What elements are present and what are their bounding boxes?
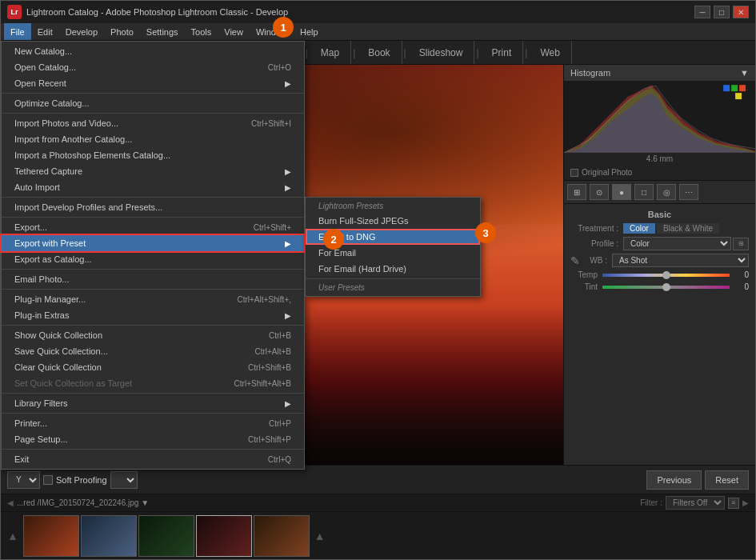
soft-proofing-checkbox[interactable] <box>43 475 53 485</box>
soft-proofing-dropdown[interactable] <box>110 471 138 489</box>
menu-library-filters[interactable]: Library Filters ▶ <box>2 395 304 411</box>
status-filename: ...red /IMG_20150724_202246.jpg ▼ <box>17 498 149 507</box>
original-photo-checkbox[interactable] <box>570 169 578 177</box>
menu-export-preset[interactable]: Export with Preset ▶ 2 <box>2 235 304 251</box>
profile-label: Profile : <box>570 239 618 248</box>
preset-section-lightroom: Lightroom Presets <box>306 199 480 213</box>
histogram-svg <box>564 81 755 153</box>
menu-page-setup[interactable]: Page Setup... Ctrl+Shift+P <box>2 431 304 447</box>
film-thumb-4[interactable] <box>196 515 252 557</box>
bottom-left-dropdown[interactable]: Y <box>7 471 40 489</box>
menu-export-catalog[interactable]: Export as Catalog... <box>2 251 304 267</box>
menu-plugin-manager[interactable]: Plug-in Manager... Ctrl+Alt+Shift+, <box>2 291 304 307</box>
filter-settings-button[interactable]: ≡ <box>728 498 739 509</box>
original-photo-label: Original Photo <box>582 168 632 177</box>
menu-tethered-capture[interactable]: Tethered Capture ▶ <box>2 163 304 179</box>
histogram-label: Histogram <box>570 68 610 78</box>
menu-export[interactable]: Export... Ctrl+Shift+ <box>2 219 304 235</box>
menu-new-catalog[interactable]: New Catalog... <box>2 43 304 59</box>
temp-slider-thumb[interactable] <box>662 271 670 279</box>
tint-slider-track <box>602 286 730 289</box>
filmstrip-prev[interactable]: ▲ <box>4 530 22 542</box>
histogram-header: Histogram ▼ <box>564 65 755 81</box>
menu-edit[interactable]: Edit <box>31 23 59 40</box>
film-thumb-5[interactable] <box>254 515 310 557</box>
svg-rect-5 <box>739 85 746 91</box>
menu-auto-import[interactable]: Auto Import ▶ <box>2 179 304 195</box>
soft-proofing-area: Soft Proofing <box>43 475 107 485</box>
film-thumb-3[interactable] <box>138 515 194 557</box>
title-bar: Lr Lightroom Catalog - Adobe Photoshop L… <box>1 1 755 23</box>
menu-settings[interactable]: Settings <box>140 23 185 40</box>
menu-open-catalog[interactable]: Open Catalog... Ctrl+O <box>2 59 304 75</box>
menu-open-recent[interactable]: Open Recent ▶ <box>2 75 304 91</box>
reset-button[interactable]: Reset <box>705 470 749 490</box>
menu-develop[interactable]: Develop <box>59 23 104 40</box>
preset-separator <box>306 278 480 279</box>
menu-tools[interactable]: Tools <box>185 23 218 40</box>
filmstrip: ▲ ▲ <box>1 511 755 559</box>
tool-grad[interactable]: □ <box>634 184 654 200</box>
menu-bar: File Edit Develop Photo Settings Tools V… <box>1 23 755 41</box>
close-button[interactable]: ✕ <box>733 6 749 18</box>
soft-proofing-label: Soft Proofing <box>56 475 107 485</box>
filter-select[interactable]: Filters Off <box>666 496 725 510</box>
filmstrip-next[interactable]: ▲ <box>311 530 329 542</box>
tab-book[interactable]: Book <box>357 41 402 64</box>
profile-select[interactable]: Color <box>623 237 731 250</box>
tool-adjust[interactable]: ⋯ <box>679 184 698 200</box>
main-window: Lr Lightroom Catalog - Adobe Photoshop L… <box>0 0 756 560</box>
menu-show-quick-collection[interactable]: Show Quick Collection Ctrl+B <box>2 327 304 343</box>
color-button[interactable]: Color <box>623 223 655 234</box>
tool-spot[interactable]: ⊙ <box>590 184 609 200</box>
temp-slider-row: Temp 0 <box>570 269 749 281</box>
tool-crop[interactable]: ⊞ <box>567 184 586 200</box>
menu-separator-7 <box>2 325 304 326</box>
profile-grid-button[interactable]: ⊞ <box>733 238 749 250</box>
app-icon: Lr <box>7 5 22 19</box>
wb-label: WB : <box>583 256 607 265</box>
file-menu-dropdown: New Catalog... Open Catalog... Ctrl+O Op… <box>1 41 305 470</box>
menu-exit[interactable]: Exit Ctrl+Q <box>2 451 304 467</box>
film-thumb-1[interactable] <box>23 515 79 557</box>
wb-select[interactable]: As Shot <box>612 254 749 267</box>
menu-separator-3 <box>2 197 304 198</box>
menu-plugin-extras[interactable]: Plug-in Extras ▶ <box>2 307 304 323</box>
tab-web[interactable]: Web <box>529 41 571 64</box>
menu-import-photos[interactable]: Import Photos and Video... Ctrl+Shift+I <box>2 115 304 131</box>
menu-view[interactable]: View <box>218 23 250 40</box>
maximize-button[interactable]: □ <box>714 6 730 18</box>
tab-map[interactable]: Map <box>310 41 351 64</box>
menu-optimize-catalog[interactable]: Optimize Catalog... <box>2 95 304 111</box>
histogram-area <box>564 81 755 153</box>
menu-clear-quick-collection[interactable]: Clear Quick Collection Ctrl+Shift+B <box>2 359 304 375</box>
menu-separator-2 <box>2 113 304 114</box>
bw-button[interactable]: Black & White <box>657 223 719 234</box>
tool-radial[interactable]: ◎ <box>657 184 676 200</box>
file-menu: New Catalog... Open Catalog... Ctrl+O Op… <box>1 41 305 470</box>
previous-button[interactable]: Previous <box>646 470 702 490</box>
original-photo-row: Original Photo <box>564 165 755 180</box>
menu-import-catalog[interactable]: Import from Another Catalog... <box>2 131 304 147</box>
tab-print[interactable]: Print <box>481 41 524 64</box>
menu-printer[interactable]: Printer... Ctrl+P <box>2 415 304 431</box>
menu-import-elements[interactable]: Import a Photoshop Elements Catalog... <box>2 147 304 163</box>
minimize-button[interactable]: ─ <box>694 6 710 18</box>
preset-burn-jpegs[interactable]: Burn Full-Sized JPEGs <box>306 213 480 229</box>
preset-for-email-hard-drive[interactable]: For Email (Hard Drive) <box>306 261 480 277</box>
window-controls: ─ □ ✕ <box>694 6 749 18</box>
menu-save-quick-collection[interactable]: Save Quick Collection... Ctrl+Alt+B <box>2 343 304 359</box>
right-panel: Histogram ▼ <box>563 65 755 465</box>
temp-slider-track <box>602 274 730 277</box>
tint-slider-thumb[interactable] <box>662 283 670 291</box>
tool-redeye[interactable]: ● <box>612 184 631 200</box>
film-thumb-2[interactable] <box>81 515 137 557</box>
preset-section-user: User Presets <box>306 281 480 294</box>
menu-photo[interactable]: Photo <box>104 23 140 40</box>
menu-email-photo[interactable]: Email Photo... <box>2 271 304 287</box>
menu-help[interactable]: Help <box>294 23 325 40</box>
menu-file[interactable]: File <box>4 23 31 40</box>
menu-import-profiles[interactable]: Import Develop Profiles and Presets... <box>2 199 304 215</box>
tab-slideshow[interactable]: Slideshow <box>408 41 475 64</box>
treatment-label: Treatment : <box>570 224 618 233</box>
